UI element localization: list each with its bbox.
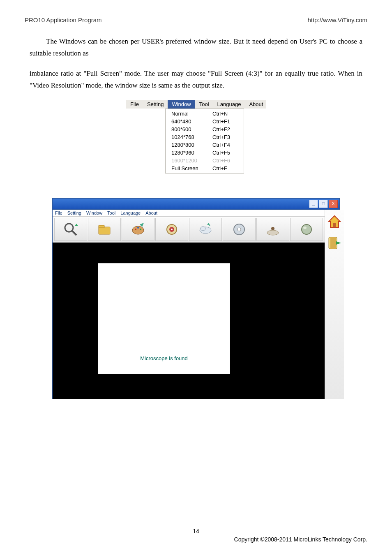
app-menu-language[interactable]: Language [120, 210, 141, 215]
svg-point-12 [201, 227, 205, 231]
close-button[interactable]: X [329, 200, 338, 208]
titlebar: _ □ X [52, 198, 340, 209]
app-menu-about[interactable]: About [145, 210, 157, 215]
copyright: Copyright ©2008-2011 MicroLinks Technolo… [234, 536, 367, 543]
home-icon[interactable] [325, 212, 344, 231]
svg-point-18 [303, 227, 307, 229]
svg-rect-19 [333, 223, 336, 227]
down-icon[interactable] [256, 218, 289, 241]
palette-icon[interactable] [122, 218, 154, 241]
app-menu-window[interactable]: Window [86, 210, 102, 215]
menuitem-640x480[interactable]: 640*480Ctrl+F1 [166, 118, 244, 125]
minimize-button[interactable]: _ [309, 200, 318, 208]
page-number: 14 [25, 528, 367, 534]
svg-point-5 [135, 229, 136, 230]
header-right: http://www.ViTiny.com [307, 16, 367, 23]
app-menu-file[interactable]: File [55, 210, 62, 215]
app-menubar: File Setting Window Tool Language About [53, 210, 325, 216]
maximize-button[interactable]: □ [319, 200, 328, 208]
menuitem-1280x960[interactable]: 1280*960Ctrl+F5 [166, 149, 244, 157]
menuitem-800x600[interactable]: 800*600Ctrl+F2 [166, 125, 244, 133]
zoom-icon[interactable] [54, 218, 87, 241]
menu-language[interactable]: Language [213, 100, 245, 109]
svg-point-17 [302, 224, 311, 234]
svg-point-14 [238, 228, 241, 231]
side-panel [325, 210, 344, 399]
status-popup: Microscope is found [98, 263, 230, 374]
svg-point-0 [65, 224, 73, 232]
target-icon[interactable] [155, 218, 188, 241]
sphere-icon[interactable] [290, 218, 323, 241]
toolbar [53, 216, 325, 243]
disc-icon[interactable] [223, 218, 256, 241]
menu-file[interactable]: File [126, 100, 143, 109]
window-dropdown: NormalCtrl+N 640*480Ctrl+F1 800*600Ctrl+… [165, 109, 244, 173]
cloud-icon[interactable] [189, 218, 222, 241]
svg-rect-3 [99, 225, 104, 228]
page-header: PRO10 Application Program http://www.ViT… [25, 16, 367, 23]
menubar: File Setting Window Tool Language About [126, 100, 266, 109]
menuitem-1024x768[interactable]: 1024*768Ctrl+F3 [166, 133, 244, 141]
menu-window[interactable]: Window [168, 100, 195, 109]
menu-tool[interactable]: Tool [195, 100, 213, 109]
menuitem-1280x800[interactable]: 1280*800Ctrl+F4 [166, 141, 244, 149]
app-menu-setting[interactable]: Setting [67, 210, 81, 215]
menuitem-1600x1200: 1600*1200Ctrl+F6 [166, 157, 244, 164]
menuitem-fullscreen[interactable]: Full ScreenCtrl+F [166, 164, 244, 172]
exit-icon[interactable] [325, 234, 344, 252]
page-footer: 14 Copyright ©2008-2011 MicroLinks Techn… [25, 536, 367, 543]
menuitem-normal[interactable]: NormalCtrl+N [166, 110, 244, 118]
popup-message: Microscope is found [98, 355, 230, 361]
svg-rect-2 [99, 227, 110, 234]
svg-line-1 [72, 231, 76, 235]
svg-point-16 [271, 227, 274, 230]
window-menu-screenshot: File Setting Window Tool Language About … [126, 100, 266, 173]
folder-icon[interactable] [88, 218, 121, 241]
svg-point-7 [140, 229, 141, 230]
menu-setting[interactable]: Setting [143, 100, 168, 109]
paragraph-1: The Windows can be chosen per USER's pre… [30, 36, 362, 60]
app-window-screenshot: _ □ X File Setting Window Tool Language … [52, 198, 340, 399]
header-left: PRO10 Application Program [25, 16, 102, 23]
viewer-area: Microscope is found [53, 243, 325, 399]
svg-rect-21 [330, 237, 336, 249]
menu-about[interactable]: About [245, 100, 267, 109]
svg-point-15 [267, 230, 279, 235]
svg-point-6 [137, 227, 139, 229]
paragraph-2: imbalance ratio at "Full Screen" mode. T… [30, 68, 362, 92]
app-menu-tool[interactable]: Tool [107, 210, 115, 215]
svg-point-10 [171, 229, 173, 230]
